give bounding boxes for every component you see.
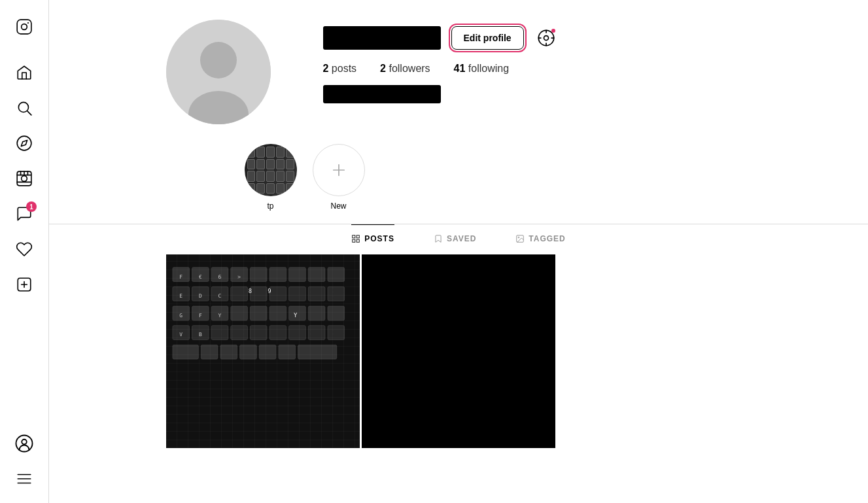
svg-text:>: >: [237, 274, 241, 280]
posts-label: posts: [332, 63, 356, 74]
svg-rect-75: [327, 326, 344, 340]
posts-stat[interactable]: 2 posts: [323, 63, 357, 75]
post-item-keyboard[interactable]: F € 6 > E D C G F Y V B: [166, 254, 360, 448]
svg-text:D: D: [198, 293, 201, 299]
story-label-new: New: [330, 201, 346, 211]
followers-stat[interactable]: 2 followers: [380, 63, 430, 75]
keyboard-svg: F € 6 > E D C G F Y V B: [166, 254, 360, 448]
story-item-tp[interactable]: tp: [245, 144, 297, 211]
svg-rect-93: [278, 345, 295, 359]
svg-rect-33: [353, 235, 355, 238]
stories-section: tp New: [153, 137, 765, 224]
keyboard-mini: [245, 144, 297, 196]
sidebar-item-explore[interactable]: [8, 127, 41, 160]
compass-icon: [16, 135, 33, 152]
svg-rect-53: [250, 286, 267, 301]
plus-square-icon: [16, 276, 33, 293]
sidebar-item-reels[interactable]: [8, 162, 41, 195]
svg-rect-59: [192, 306, 209, 321]
story-add-circle[interactable]: [313, 144, 365, 196]
grid-icon: [351, 234, 360, 243]
following-stat[interactable]: 41 following: [454, 63, 510, 75]
svg-point-23: [200, 42, 237, 78]
svg-point-18: [22, 440, 27, 445]
svg-point-17: [16, 436, 33, 452]
tab-tagged[interactable]: TAGGED: [515, 224, 565, 252]
svg-rect-62: [250, 306, 267, 321]
svg-rect-47: [308, 268, 325, 282]
instagram-logo[interactable]: [8, 10, 41, 43]
svg-rect-94: [298, 345, 336, 359]
svg-text:G: G: [179, 313, 182, 319]
settings-button[interactable]: [534, 26, 558, 50]
story-item-new[interactable]: New: [313, 144, 365, 211]
avatar-silhouette: [166, 20, 271, 124]
svg-rect-73: [288, 326, 305, 340]
svg-rect-58: [172, 306, 189, 321]
svg-rect-42: [211, 268, 228, 282]
followers-label: followers: [389, 63, 430, 74]
svg-rect-92: [259, 345, 276, 359]
svg-rect-51: [211, 286, 228, 301]
svg-rect-50: [192, 286, 209, 301]
avatar: [166, 20, 271, 124]
svg-rect-63: [269, 306, 286, 321]
svg-rect-65: [308, 306, 325, 321]
svg-rect-39: [166, 254, 360, 448]
svg-rect-91: [239, 345, 256, 359]
tab-posts-label: POSTS: [364, 234, 394, 243]
svg-rect-88: [172, 345, 198, 359]
profile-section: Edit profile 2 posts: [153, 0, 765, 137]
search-icon: [16, 99, 33, 116]
svg-text:C: C: [218, 293, 221, 299]
svg-point-38: [518, 237, 519, 238]
sidebar-item-create[interactable]: [8, 268, 41, 301]
svg-text:V: V: [179, 332, 182, 338]
bio-bar: [323, 85, 441, 103]
reels-icon: [16, 170, 33, 187]
svg-text:Y: Y: [293, 312, 297, 319]
svg-text:8: 8: [248, 288, 251, 294]
tab-saved-label: SAVED: [447, 234, 476, 243]
svg-text:6: 6: [218, 274, 221, 280]
sidebar-item-messages[interactable]: 1: [8, 198, 41, 230]
tab-saved[interactable]: SAVED: [434, 224, 476, 252]
sidebar-item-more[interactable]: [8, 462, 41, 495]
story-label-tp: tp: [267, 201, 273, 211]
tag-icon: [515, 234, 525, 243]
svg-rect-45: [269, 268, 286, 282]
svg-rect-89: [201, 345, 218, 359]
svg-text:B: B: [198, 332, 201, 338]
svg-text:E: E: [179, 293, 182, 299]
sidebar-item-search[interactable]: [8, 92, 41, 124]
svg-rect-48: [327, 268, 344, 282]
svg-rect-61: [230, 306, 247, 321]
sidebar-item-profile[interactable]: [8, 427, 41, 460]
svg-rect-60: [211, 306, 228, 321]
svg-line-4: [27, 111, 31, 115]
followers-count: 2: [380, 63, 386, 74]
svg-rect-49: [172, 286, 189, 301]
svg-rect-46: [288, 268, 305, 282]
svg-rect-41: [192, 268, 209, 282]
svg-rect-55: [288, 286, 305, 301]
posts-count: 2: [323, 63, 329, 74]
sidebar-item-home[interactable]: [8, 56, 41, 89]
following-count: 41: [454, 63, 466, 74]
edit-profile-button[interactable]: Edit profile: [451, 26, 524, 50]
svg-point-3: [18, 102, 28, 112]
black-post-image: [362, 254, 555, 448]
svg-rect-71: [250, 326, 267, 340]
post-item-black[interactable]: [362, 254, 555, 448]
username-bar: [323, 26, 441, 50]
posts-grid: F € 6 > E D C G F Y V B: [153, 252, 765, 450]
svg-rect-44: [250, 268, 267, 282]
story-circle-tp: [245, 144, 297, 196]
svg-point-2: [27, 22, 29, 24]
svg-text:€: €: [198, 274, 201, 280]
svg-rect-40: [172, 268, 189, 282]
tab-posts[interactable]: POSTS: [351, 224, 394, 252]
profile-info: Edit profile 2 posts: [323, 20, 752, 110]
svg-rect-54: [269, 286, 286, 301]
sidebar-item-notifications[interactable]: [8, 233, 41, 266]
